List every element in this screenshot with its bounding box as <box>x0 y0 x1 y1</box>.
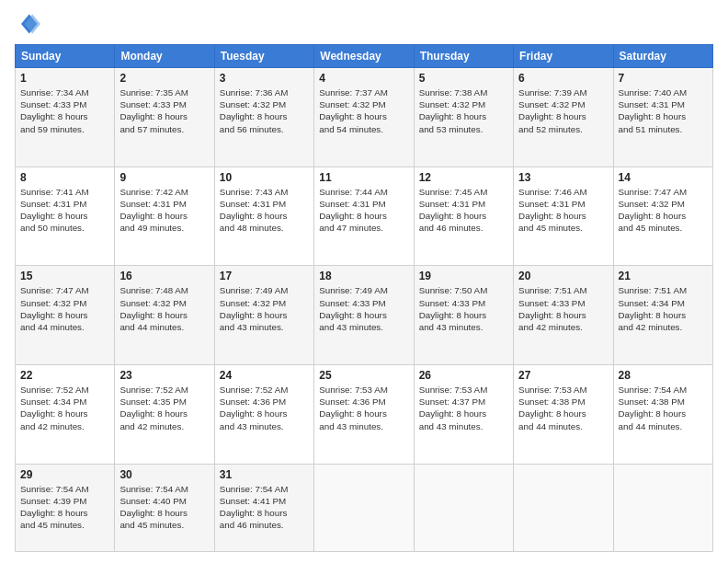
page: SundayMondayTuesdayWednesdayThursdayFrid… <box>0 0 728 563</box>
table-row: 23 Sunrise: 7:52 AMSunset: 4:35 PMDaylig… <box>115 365 214 465</box>
day-number: 19 <box>419 270 508 282</box>
table-row: 28 Sunrise: 7:54 AMSunset: 4:38 PMDaylig… <box>613 365 712 465</box>
table-row: 11 Sunrise: 7:44 AMSunset: 4:31 PMDaylig… <box>314 167 414 266</box>
day-header-sunday: Sunday <box>16 45 115 68</box>
table-row: 6 Sunrise: 7:39 AMSunset: 4:32 PMDayligh… <box>514 68 613 167</box>
table-row: 18 Sunrise: 7:49 AMSunset: 4:33 PMDaylig… <box>314 266 414 365</box>
day-number: 5 <box>419 72 508 85</box>
table-row: 13 Sunrise: 7:46 AMSunset: 4:31 PMDaylig… <box>514 167 613 266</box>
table-row: 9 Sunrise: 7:42 AMSunset: 4:31 PMDayligh… <box>115 167 214 266</box>
day-number: 9 <box>119 171 209 184</box>
day-info: Sunrise: 7:36 AMSunset: 4:32 PMDaylight:… <box>220 86 309 135</box>
day-info: Sunrise: 7:53 AMSunset: 4:36 PMDaylight:… <box>319 384 408 432</box>
day-info: Sunrise: 7:35 AMSunset: 4:33 PMDaylight:… <box>119 86 209 135</box>
day-number: 20 <box>518 270 608 282</box>
day-number: 31 <box>220 468 309 481</box>
day-info: Sunrise: 7:37 AMSunset: 4:32 PMDaylight:… <box>319 86 408 135</box>
day-info: Sunrise: 7:42 AMSunset: 4:31 PMDaylight:… <box>119 186 209 235</box>
day-number: 28 <box>619 369 708 382</box>
day-info: Sunrise: 7:39 AMSunset: 4:32 PMDaylight:… <box>518 86 608 135</box>
day-info: Sunrise: 7:41 AMSunset: 4:31 PMDaylight:… <box>20 186 109 235</box>
day-number: 2 <box>119 72 209 85</box>
table-row: 21 Sunrise: 7:51 AMSunset: 4:34 PMDaylig… <box>613 266 712 365</box>
day-number: 3 <box>220 72 309 85</box>
day-number: 26 <box>419 369 508 382</box>
day-number: 24 <box>220 369 309 382</box>
calendar: SundayMondayTuesdayWednesdayThursdayFrid… <box>15 44 713 552</box>
day-info: Sunrise: 7:45 AMSunset: 4:31 PMDaylight:… <box>419 186 508 235</box>
day-info: Sunrise: 7:49 AMSunset: 4:32 PMDaylight:… <box>220 284 309 333</box>
day-number: 11 <box>319 171 408 184</box>
logo-icon <box>15 11 40 37</box>
table-row: 30 Sunrise: 7:54 AMSunset: 4:40 PMDaylig… <box>115 464 214 551</box>
table-row: 5 Sunrise: 7:38 AMSunset: 4:32 PMDayligh… <box>414 68 513 167</box>
day-info: Sunrise: 7:54 AMSunset: 4:40 PMDaylight:… <box>119 483 209 532</box>
day-number: 22 <box>20 369 109 382</box>
table-row: 31 Sunrise: 7:54 AMSunset: 4:41 PMDaylig… <box>214 464 313 551</box>
day-number: 29 <box>20 468 109 481</box>
day-info: Sunrise: 7:48 AMSunset: 4:32 PMDaylight:… <box>119 284 209 333</box>
day-info: Sunrise: 7:43 AMSunset: 4:31 PMDaylight:… <box>220 186 309 235</box>
day-header-tuesday: Tuesday <box>214 45 313 68</box>
table-row: 22 Sunrise: 7:52 AMSunset: 4:34 PMDaylig… <box>16 365 115 465</box>
day-info: Sunrise: 7:51 AMSunset: 4:34 PMDaylight:… <box>619 284 708 333</box>
day-info: Sunrise: 7:52 AMSunset: 4:35 PMDaylight:… <box>119 384 209 432</box>
day-number: 16 <box>119 270 209 282</box>
day-number: 7 <box>619 72 708 85</box>
table-row: 19 Sunrise: 7:50 AMSunset: 4:33 PMDaylig… <box>414 266 513 365</box>
table-row <box>613 464 712 551</box>
day-number: 8 <box>20 171 109 184</box>
table-row: 7 Sunrise: 7:40 AMSunset: 4:31 PMDayligh… <box>613 68 712 167</box>
day-number: 10 <box>220 171 309 184</box>
day-number: 27 <box>518 369 608 382</box>
day-info: Sunrise: 7:52 AMSunset: 4:34 PMDaylight:… <box>20 384 109 432</box>
day-header-wednesday: Wednesday <box>314 45 414 68</box>
day-info: Sunrise: 7:53 AMSunset: 4:37 PMDaylight:… <box>419 384 508 432</box>
day-number: 1 <box>20 72 109 85</box>
day-header-monday: Monday <box>115 45 214 68</box>
day-info: Sunrise: 7:54 AMSunset: 4:41 PMDaylight:… <box>220 483 309 532</box>
table-row: 2 Sunrise: 7:35 AMSunset: 4:33 PMDayligh… <box>115 68 214 167</box>
day-header-thursday: Thursday <box>414 45 513 68</box>
table-row: 4 Sunrise: 7:37 AMSunset: 4:32 PMDayligh… <box>314 68 414 167</box>
day-info: Sunrise: 7:46 AMSunset: 4:31 PMDaylight:… <box>518 186 608 235</box>
day-number: 12 <box>419 171 508 184</box>
day-number: 18 <box>319 270 408 282</box>
day-info: Sunrise: 7:34 AMSunset: 4:33 PMDaylight:… <box>20 86 109 135</box>
table-row: 25 Sunrise: 7:53 AMSunset: 4:36 PMDaylig… <box>314 365 414 465</box>
day-info: Sunrise: 7:50 AMSunset: 4:33 PMDaylight:… <box>419 284 508 333</box>
table-row: 1 Sunrise: 7:34 AMSunset: 4:33 PMDayligh… <box>16 68 115 167</box>
table-row: 17 Sunrise: 7:49 AMSunset: 4:32 PMDaylig… <box>214 266 313 365</box>
table-row: 16 Sunrise: 7:48 AMSunset: 4:32 PMDaylig… <box>115 266 214 365</box>
day-info: Sunrise: 7:38 AMSunset: 4:32 PMDaylight:… <box>419 86 508 135</box>
day-header-saturday: Saturday <box>613 45 712 68</box>
day-info: Sunrise: 7:47 AMSunset: 4:32 PMDaylight:… <box>20 284 109 333</box>
table-row: 14 Sunrise: 7:47 AMSunset: 4:32 PMDaylig… <box>613 167 712 266</box>
day-info: Sunrise: 7:52 AMSunset: 4:36 PMDaylight:… <box>220 384 309 432</box>
day-info: Sunrise: 7:40 AMSunset: 4:31 PMDaylight:… <box>619 86 708 135</box>
day-number: 23 <box>119 369 209 382</box>
table-row: 26 Sunrise: 7:53 AMSunset: 4:37 PMDaylig… <box>414 365 513 465</box>
day-header-friday: Friday <box>514 45 613 68</box>
table-row <box>314 464 414 551</box>
day-number: 17 <box>220 270 309 282</box>
day-number: 4 <box>319 72 408 85</box>
day-info: Sunrise: 7:53 AMSunset: 4:38 PMDaylight:… <box>518 384 608 432</box>
table-row: 10 Sunrise: 7:43 AMSunset: 4:31 PMDaylig… <box>214 167 313 266</box>
day-number: 14 <box>619 171 708 184</box>
day-info: Sunrise: 7:51 AMSunset: 4:33 PMDaylight:… <box>518 284 608 333</box>
header <box>15 11 713 37</box>
table-row: 24 Sunrise: 7:52 AMSunset: 4:36 PMDaylig… <box>214 365 313 465</box>
day-info: Sunrise: 7:47 AMSunset: 4:32 PMDaylight:… <box>619 186 708 235</box>
table-row: 27 Sunrise: 7:53 AMSunset: 4:38 PMDaylig… <box>514 365 613 465</box>
day-info: Sunrise: 7:54 AMSunset: 4:39 PMDaylight:… <box>20 483 109 532</box>
table-row: 20 Sunrise: 7:51 AMSunset: 4:33 PMDaylig… <box>514 266 613 365</box>
logo <box>15 11 44 37</box>
day-number: 30 <box>119 468 209 481</box>
table-row: 3 Sunrise: 7:36 AMSunset: 4:32 PMDayligh… <box>214 68 313 167</box>
day-info: Sunrise: 7:54 AMSunset: 4:38 PMDaylight:… <box>619 384 708 432</box>
table-row: 8 Sunrise: 7:41 AMSunset: 4:31 PMDayligh… <box>16 167 115 266</box>
day-number: 21 <box>619 270 708 282</box>
table-row: 29 Sunrise: 7:54 AMSunset: 4:39 PMDaylig… <box>16 464 115 551</box>
day-number: 6 <box>518 72 608 85</box>
